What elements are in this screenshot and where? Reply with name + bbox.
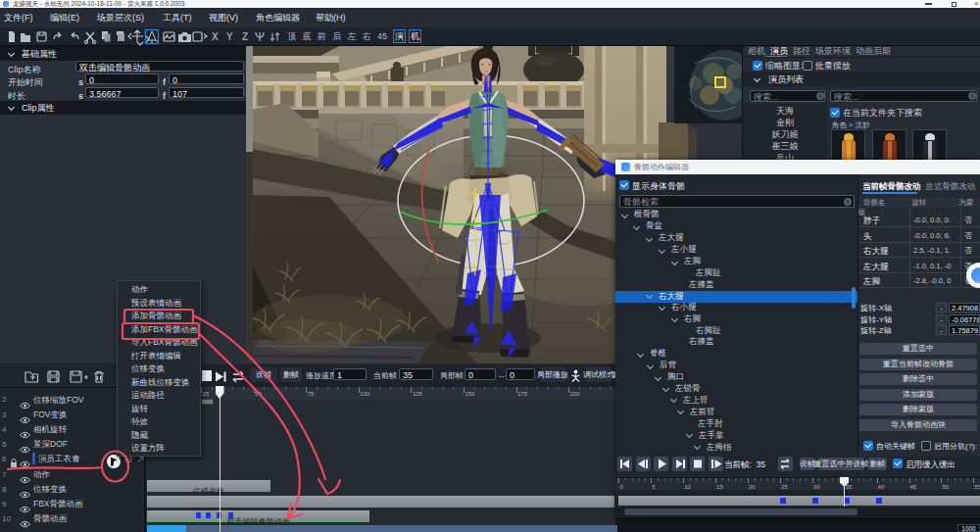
svg-text:Z: Z [242,31,248,42]
svg-text:Y: Y [226,31,233,42]
svg-text:X: X [212,31,219,42]
